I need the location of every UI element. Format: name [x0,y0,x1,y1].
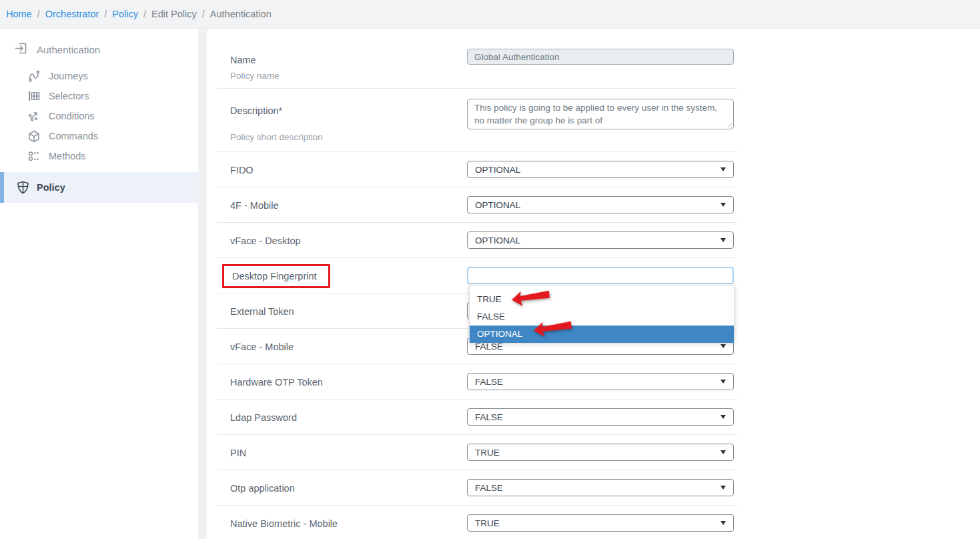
select-dropdown-list: TRUEFALSEOPTIONAL [469,285,734,342]
chevron-down-icon [720,167,726,171]
chevron-down-icon [720,486,726,490]
sidebar-item-label: Conditions [49,111,95,121]
form-row-otp-application: Otp application FALSE [217,470,737,506]
method-select-open[interactable] [467,267,734,284]
method-label: vFace - Desktop [230,235,301,246]
breadcrumb-item-orchestrator[interactable]: Orchestrator [45,9,99,19]
form-row-vface-desktop: vFace - Desktop OPTIONAL [217,223,737,258]
method-select-value: TRUE [475,518,500,528]
dropdown-option-optional[interactable]: OPTIONAL [470,326,734,343]
sidebar: Authentication Journeys Selectors Condit… [0,29,198,539]
chevron-down-icon [720,521,726,525]
method-select-value: OPTIONAL [475,165,520,175]
chevron-down-icon [720,415,726,419]
method-label: PIN [230,448,246,458]
method-select[interactable]: FALSE [467,373,734,390]
breadcrumb-separator: / [143,9,146,19]
form-row-native-biometric-mobile: Native Biometric - Mobile TRUE [217,506,737,539]
sidebar-item-policy[interactable]: Policy [0,172,198,203]
sidebar-item-label: Commands [49,131,98,141]
method-select[interactable]: TRUE [467,444,734,461]
chevron-down-icon [720,450,726,454]
breadcrumb-item-edit-policy: Edit Policy [151,9,197,19]
sidebar-item-label: Selectors [49,91,89,101]
login-icon [15,42,27,55]
chevron-down-icon [720,380,726,384]
sidebar-item-commands[interactable]: Commands [0,126,198,146]
form-row-ldap-password: Ldap Password FALSE [217,400,737,435]
method-label: FIDO [230,165,254,175]
commands-icon [28,130,40,143]
selectors-icon [28,91,40,101]
method-label: External Token [230,306,294,317]
chevron-down-icon [720,238,726,242]
description-help-text: Policy short description [230,132,323,142]
sidebar-item-label: Methods [49,151,86,161]
breadcrumb-item-policy[interactable]: Policy [112,9,138,19]
breadcrumb-separator: / [104,9,107,19]
method-label: vFace - Mobile [230,342,294,352]
journeys-icon [28,70,40,82]
description-label: Description* [230,105,282,116]
breadcrumb-item-authentication: Authentication [210,9,272,19]
name-input: Global Authentication [467,49,734,65]
conditions-icon [28,110,40,122]
sidebar-section-label: Authentication [37,44,100,55]
method-select-value: OPTIONAL [475,235,520,245]
method-select-value: FALSE [475,483,503,493]
shield-icon [17,181,29,194]
method-select[interactable]: TRUE [467,514,734,532]
method-select-value: TRUE [475,448,500,458]
annotation-red-box: Desktop Fingerprint [222,264,330,288]
form-row-name: Name Policy name Global Authentication [217,29,737,89]
sidebar-item-selectors[interactable]: Selectors [0,86,198,106]
form-row-fido: FIDO OPTIONAL [217,152,737,187]
name-help-text: Policy name [230,71,280,81]
method-label: Otp application [230,483,295,494]
description-textarea[interactable]: This policy is going to be applied to ev… [467,99,734,129]
method-label: Desktop Fingerprint [224,266,328,286]
form-row-description: Description* Policy short description Th… [217,89,737,152]
sidebar-item-label: Journeys [49,71,88,81]
method-select-value: OPTIONAL [475,200,520,210]
policy-edit-form: Name Policy name Global Authentication D… [207,29,980,539]
name-label: Name [230,55,256,65]
method-label: 4F - Mobile [230,200,279,211]
breadcrumb: Home/Orchestrator/Policy/Edit Policy/Aut… [0,0,980,29]
sidebar-item-label: Policy [37,182,65,193]
method-select[interactable]: FALSE [467,408,734,426]
method-select-value: FALSE [475,377,503,387]
form-row-4f-mobile: 4F - Mobile OPTIONAL [217,187,737,223]
sidebar-item-journeys[interactable]: Journeys [0,66,198,86]
method-select[interactable]: OPTIONAL [467,231,734,249]
chevron-down-icon [720,344,726,348]
method-label: Hardware OTP Token [230,377,323,388]
dropdown-option-false[interactable]: FALSE [470,308,734,326]
form-row-pin: PIN TRUE [217,435,737,470]
method-select-value: FALSE [475,412,503,422]
form-row-desktop-fingerprint: Desktop FingerprintTRUEFALSEOPTIONAL [217,258,737,294]
sidebar-item-methods[interactable]: Methods [0,146,198,166]
sidebar-section-authentication[interactable]: Authentication [0,37,198,62]
breadcrumb-separator: / [37,9,40,19]
method-select[interactable]: OPTIONAL [467,196,734,213]
form-row-hardware-otp-token: Hardware OTP Token FALSE [217,364,737,400]
sidebar-item-conditions[interactable]: Conditions [0,106,198,126]
method-label: Native Biometric - Mobile [230,518,338,529]
method-label: Ldap Password [230,412,297,423]
method-select[interactable]: FALSE [467,479,734,496]
breadcrumb-item-home[interactable]: Home [6,9,32,19]
chevron-down-icon [720,203,726,207]
method-select[interactable]: OPTIONAL [467,161,734,178]
methods-icon [28,151,40,161]
dropdown-option-true[interactable]: TRUE [470,291,734,308]
breadcrumb-separator: / [202,9,205,19]
